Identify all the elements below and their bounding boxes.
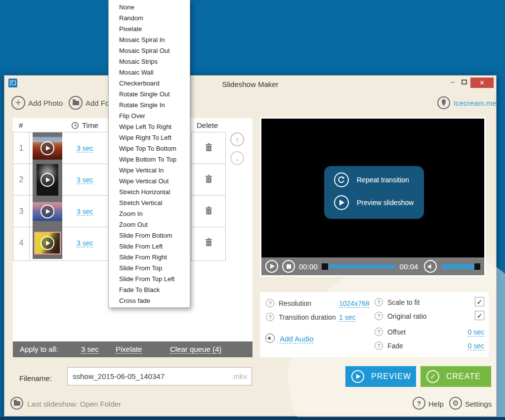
original-ratio-checkbox[interactable]: ✓ (475, 311, 484, 320)
play-overlay-icon[interactable] (41, 205, 54, 218)
volume-slider[interactable] (442, 263, 480, 270)
clear-queue-link[interactable]: Clear queue (4) (170, 345, 221, 354)
seek-handle[interactable] (322, 263, 328, 270)
menu-item[interactable]: None (109, 2, 190, 13)
help-transition-duration-icon[interactable]: ? (266, 313, 274, 321)
last-slideshow-link[interactable]: Last slideshow: Open Folder (27, 400, 121, 408)
audio-icon (265, 334, 275, 343)
menu-item[interactable]: Mosaic Strips (109, 56, 190, 67)
time-duration-link[interactable]: 3 sec (77, 175, 93, 184)
offset-value-link[interactable]: 0 sec (468, 328, 484, 336)
transition-duration-label: Transition duration (279, 313, 336, 321)
maximize-button[interactable] (459, 78, 470, 88)
menu-item[interactable]: Stretch Vertical (109, 198, 190, 209)
help-icon[interactable]: ? (413, 397, 425, 410)
menu-item[interactable]: Flip Over (109, 111, 190, 122)
preview-slideshow-label: Preview slideshow (357, 199, 414, 207)
play-icon (270, 264, 275, 269)
resolution-value-link[interactable]: 1024x768 (339, 299, 370, 308)
current-time: 00:00 (299, 262, 318, 271)
delete-button[interactable] (205, 206, 212, 216)
transition-duration-value-link[interactable]: 1 sec (339, 313, 355, 322)
open-folder-icon[interactable] (10, 397, 23, 410)
preview-button[interactable]: PREVIEW (345, 366, 416, 387)
help-offset-icon[interactable]: ? (375, 328, 383, 336)
help-fade-icon[interactable]: ? (375, 341, 383, 350)
menu-item[interactable]: Wipe Top To Bottom (109, 143, 190, 154)
menu-item[interactable]: Wipe Bottom To Top (109, 154, 190, 165)
menu-item[interactable]: Mosaic Spiral Out (109, 45, 190, 56)
add-folder-icon[interactable] (69, 96, 83, 110)
menu-item[interactable]: Zoom In (109, 209, 190, 219)
help-button[interactable]: Help (428, 400, 444, 408)
play-overlay-icon[interactable] (41, 236, 54, 250)
filename-input[interactable] (68, 368, 252, 385)
seek-bar[interactable] (322, 263, 396, 270)
brand-link[interactable]: Icecream.me (437, 96, 497, 109)
play-overlay-icon[interactable] (41, 173, 54, 187)
apply-transition-link[interactable]: Pixelate (116, 345, 142, 354)
volume-handle[interactable] (474, 263, 480, 270)
menu-item[interactable]: Slide From Bottom (109, 230, 190, 241)
time-duration-link[interactable]: 3 sec (77, 239, 93, 248)
menu-item[interactable]: Slide From Top Left (109, 274, 190, 285)
apply-to-all-label: Apply to all: (20, 345, 58, 353)
time-duration-link[interactable]: 3 sec (77, 144, 93, 152)
gear-icon[interactable]: ⚙ (449, 397, 462, 410)
scale-to-fit-checkbox[interactable]: ✓ (475, 297, 484, 306)
repeat-icon (334, 172, 349, 187)
original-ratio-label: Original ratio (387, 312, 426, 320)
transition-menu: NoneRandomPixelateMosaic Spiral InMosaic… (108, 0, 190, 308)
menu-item[interactable]: Slide From Left (109, 241, 190, 252)
apply-time-link[interactable]: 3 sec (81, 345, 99, 354)
time-duration-link[interactable]: 3 sec (77, 207, 93, 215)
settings-button[interactable]: Settings (465, 400, 492, 408)
menu-item[interactable]: Mosaic Wall (109, 67, 190, 78)
menu-item[interactable]: Stretch Horizontal (109, 187, 190, 198)
photo-thumbnail-selected[interactable] (33, 227, 62, 259)
player-play-button[interactable] (265, 260, 278, 273)
menu-item[interactable]: Cross fade (109, 295, 190, 306)
repeat-transition-button[interactable]: Repeat transition (334, 172, 409, 187)
move-up-button[interactable]: ↑ (230, 132, 244, 146)
preview-slideshow-button[interactable]: Preview slideshow (334, 195, 414, 210)
desktop-edge (0, 417, 505, 420)
resolution-label: Resolution (279, 299, 311, 307)
menu-item[interactable]: Rotate Single In (109, 100, 190, 111)
photo-thumbnail[interactable] (33, 164, 62, 196)
menu-item[interactable]: Zoom Out (109, 219, 190, 230)
close-button[interactable]: ✕ (470, 78, 494, 88)
menu-item[interactable]: Checkerboard (109, 78, 190, 89)
play-overlay-icon[interactable] (41, 141, 54, 155)
help-scale-to-fit-icon[interactable]: ? (375, 298, 383, 306)
minimize-button[interactable]: – (447, 78, 459, 88)
add-photo-button[interactable]: Add Photo (28, 99, 63, 107)
menu-item[interactable]: Pixelate (109, 24, 190, 35)
menu-item[interactable]: Wipe Vertical In (109, 165, 190, 176)
menu-item[interactable]: Slide From Right (109, 252, 190, 263)
delete-button[interactable] (205, 238, 212, 249)
help-original-ratio-icon[interactable]: ? (375, 312, 383, 320)
menu-item[interactable]: Wipe Left To Right (109, 122, 190, 132)
column-header-delete: Delete (197, 121, 218, 129)
menu-item[interactable]: Random (109, 13, 190, 24)
filename-extension: .mkv (231, 372, 247, 380)
player-stop-button[interactable] (282, 260, 295, 273)
delete-button[interactable] (205, 174, 212, 185)
menu-item[interactable]: Wipe Vertical Out (109, 176, 190, 187)
menu-item[interactable]: Mosaic Spiral In (109, 35, 190, 45)
menu-item[interactable]: Fade To Black (109, 285, 190, 295)
volume-button[interactable] (424, 260, 437, 273)
photo-thumbnail[interactable] (33, 132, 62, 164)
menu-item[interactable]: Wipe Right To Left (109, 132, 190, 143)
help-resolution-icon[interactable]: ? (266, 299, 274, 307)
add-audio-link[interactable]: Add Audio (280, 335, 313, 343)
fade-value-link[interactable]: 0 sec (468, 342, 484, 350)
move-down-button[interactable]: ↓ (230, 151, 244, 165)
photo-thumbnail[interactable] (33, 196, 62, 227)
create-button[interactable]: ✓ CREATE (421, 366, 491, 387)
delete-button[interactable] (205, 143, 212, 153)
menu-item[interactable]: Rotate Single Out (109, 89, 190, 100)
add-photo-icon[interactable]: + (11, 96, 25, 110)
menu-item[interactable]: Slide From Top (109, 263, 190, 274)
